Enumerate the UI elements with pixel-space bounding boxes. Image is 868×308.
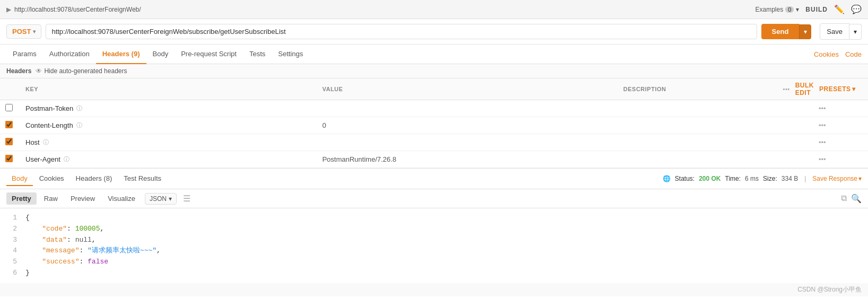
save-button-group: Save ▾ bbox=[815, 23, 862, 40]
row-checkbox-1[interactable] bbox=[5, 121, 13, 128]
row-desc-1 bbox=[617, 117, 777, 134]
save-response-button[interactable]: Save Response ▾ bbox=[812, 175, 862, 182]
row-value-2 bbox=[316, 134, 617, 151]
hide-auto-headers-button[interactable]: 👁 Hide auto-generated headers bbox=[36, 67, 127, 75]
code-tab-visualize[interactable]: Visualize bbox=[102, 192, 141, 205]
wrap-icon[interactable]: ☰ bbox=[183, 193, 190, 204]
arrow-icon: ▶ bbox=[6, 6, 11, 13]
tab-settings[interactable]: Settings bbox=[272, 45, 309, 64]
tab-body[interactable]: Body bbox=[146, 45, 175, 64]
method-chevron-icon: ▾ bbox=[33, 29, 36, 34]
cookies-link[interactable]: Cookies bbox=[814, 50, 839, 58]
tabs-right: Cookies Code bbox=[814, 50, 862, 58]
code-tab-raw[interactable]: Raw bbox=[39, 192, 63, 205]
globe-icon: 🌐 bbox=[663, 175, 671, 182]
tab-params[interactable]: Params bbox=[6, 45, 43, 64]
table-row: User-Agent ⓘ PostmanRuntime/7.26.8 ••• bbox=[0, 151, 868, 168]
examples-count: 0 bbox=[785, 6, 794, 13]
row-checkbox-3[interactable] bbox=[5, 155, 13, 162]
resp-tab-body[interactable]: Body bbox=[6, 172, 33, 186]
top-bar: ▶ http://localhost:9078/userCenterForeig… bbox=[0, 0, 868, 19]
row-checkbox-cell bbox=[0, 117, 19, 134]
watermark: CSDN @Strong小甲鱼 bbox=[0, 283, 868, 296]
row-key-3: User-Agent ⓘ bbox=[19, 151, 316, 168]
request-bar: POST ▾ Send ▾ Save ▾ bbox=[0, 19, 868, 45]
row-key-2: Host ⓘ bbox=[19, 134, 316, 151]
top-actions: Examples 0 ▾ BUILD ✏️ 💬 bbox=[756, 4, 862, 14]
row-value-1: 0 bbox=[316, 117, 617, 134]
url-input[interactable] bbox=[46, 24, 757, 39]
eye-icon: 👁 bbox=[36, 67, 42, 75]
resp-tab-test-results[interactable]: Test Results bbox=[118, 172, 167, 186]
presets-label: Presets bbox=[819, 85, 851, 93]
code-line-1: 1 { bbox=[6, 213, 862, 224]
key-text-0: Postman-Token bbox=[25, 104, 73, 112]
th-actions: ••• Bulk Edit Presets ▾ bbox=[777, 78, 868, 100]
time-label: Time: bbox=[725, 175, 741, 182]
comment-icon[interactable]: 💬 bbox=[851, 4, 862, 14]
code-area: 1 { 2 "code": 100005, 3 "data": null, 4 … bbox=[0, 208, 868, 283]
row-checkbox-0[interactable] bbox=[5, 104, 13, 111]
edit-icon[interactable]: ✏️ bbox=[834, 4, 845, 14]
top-url: ▶ http://localhost:9078/userCenterForeig… bbox=[6, 6, 141, 13]
size-label: Size: bbox=[763, 175, 777, 182]
format-select[interactable]: JSON ▾ bbox=[145, 193, 177, 205]
resp-tab-cookies[interactable]: Cookies bbox=[34, 172, 70, 186]
save-chevron-button[interactable]: ▾ bbox=[849, 24, 862, 40]
key-text-2: Host bbox=[25, 138, 40, 146]
code-line-4: 4 "message": "请求频率太快啦~~~", bbox=[6, 245, 862, 257]
watermark-text: CSDN @Strong小甲鱼 bbox=[797, 286, 862, 293]
resp-tab-headers[interactable]: Headers (8) bbox=[71, 172, 118, 186]
time-value: 6 ms bbox=[745, 175, 759, 182]
row-desc-0 bbox=[617, 100, 777, 117]
copy-icon[interactable]: ⧉ bbox=[841, 193, 847, 204]
code-line-5: 5 "success": false bbox=[6, 257, 862, 268]
row-actions-3: ••• bbox=[777, 151, 868, 168]
row-actions-0: ••• bbox=[777, 100, 868, 117]
format-chevron-icon: ▾ bbox=[169, 195, 172, 203]
response-tabs: Body Cookies Headers (8) Test Results bbox=[6, 172, 167, 186]
row-key-0: Postman-Token ⓘ bbox=[19, 100, 316, 117]
code-tab-pretty[interactable]: Pretty bbox=[6, 192, 37, 205]
row-desc-2 bbox=[617, 134, 777, 151]
examples-label: Examples bbox=[756, 6, 784, 13]
th-value: VALUE bbox=[316, 78, 617, 100]
examples-button[interactable]: Examples 0 ▾ bbox=[756, 6, 800, 13]
method-select[interactable]: POST ▾ bbox=[6, 24, 41, 39]
size-value: 334 B bbox=[782, 175, 798, 182]
code-line-2: 2 "code": 100005, bbox=[6, 224, 862, 235]
format-label: JSON bbox=[150, 195, 167, 203]
th-key: KEY bbox=[19, 78, 316, 100]
table-row: Host ⓘ ••• bbox=[0, 134, 868, 151]
response-status: 🌐 Status: 200 OK Time: 6 ms Size: 334 B … bbox=[663, 175, 862, 182]
method-label: POST bbox=[12, 28, 31, 36]
save-response-label: Save Response bbox=[812, 175, 857, 182]
search-icon[interactable]: 🔍 bbox=[851, 193, 862, 204]
bulk-edit-button[interactable]: Bulk Edit bbox=[795, 82, 814, 96]
row-key-1: Content-Length ⓘ bbox=[19, 117, 316, 134]
headers-table: KEY VALUE DESCRIPTION ••• Bulk Edit Pres… bbox=[0, 78, 868, 168]
code-link[interactable]: Code bbox=[845, 50, 862, 58]
info-icon-3: ⓘ bbox=[64, 155, 70, 163]
build-button[interactable]: BUILD bbox=[805, 6, 828, 13]
save-button[interactable]: Save bbox=[820, 23, 849, 40]
tab-authorization[interactable]: Authorization bbox=[43, 45, 96, 64]
presets-button[interactable]: Presets ▾ bbox=[819, 85, 855, 93]
response-header: Body Cookies Headers (8) Test Results 🌐 … bbox=[0, 169, 868, 189]
tab-pre-request-script[interactable]: Pre-request Script bbox=[175, 45, 243, 64]
code-tab-preview[interactable]: Preview bbox=[65, 192, 100, 205]
info-icon-1: ⓘ bbox=[76, 121, 82, 129]
send-chevron-button[interactable]: ▾ bbox=[799, 24, 811, 39]
response-section: Body Cookies Headers (8) Test Results 🌐 … bbox=[0, 168, 868, 283]
tab-tests[interactable]: Tests bbox=[243, 45, 272, 64]
row-checkbox-2[interactable] bbox=[5, 138, 13, 145]
presets-chevron-icon: ▾ bbox=[852, 85, 856, 93]
row-checkbox-cell bbox=[0, 151, 19, 168]
code-view-icons: ⧉ 🔍 bbox=[841, 193, 862, 204]
top-url-text: http://localhost:9078/userCenterForeignW… bbox=[14, 6, 141, 13]
key-text-1: Content-Length bbox=[25, 121, 73, 129]
row-actions-1: ••• bbox=[777, 117, 868, 134]
tab-headers[interactable]: Headers (9) bbox=[96, 45, 146, 64]
send-button[interactable]: Send bbox=[761, 24, 800, 39]
row-desc-3 bbox=[617, 151, 777, 168]
